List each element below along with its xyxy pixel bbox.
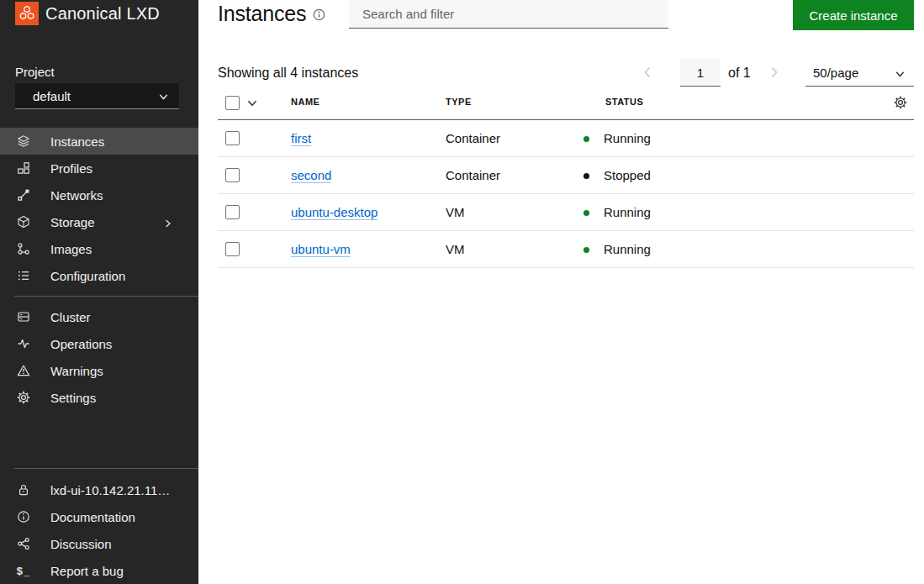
main-content: Instances Create instance Showing all 4 … — [198, 0, 924, 584]
brand-title: Canonical LXD — [45, 4, 160, 24]
share-icon — [17, 537, 30, 550]
instance-type-cell: Container — [446, 168, 500, 182]
chevron-right-icon[interactable] — [768, 66, 780, 79]
instance-status-cell: Stopped — [604, 168, 651, 182]
instance-status-cell: Running — [604, 205, 651, 219]
instance-link[interactable]: ubuntu-desktop — [291, 205, 378, 219]
table-header: NAME TYPE STATUS — [218, 87, 914, 120]
instances-summary: Showing all 4 instances — [218, 59, 358, 87]
networks-icon — [17, 188, 30, 202]
sidebar-item-profiles[interactable]: Profiles — [0, 155, 198, 182]
row-checkbox[interactable] — [225, 168, 240, 182]
page-number-input[interactable] — [680, 59, 721, 87]
settings-icon — [17, 391, 30, 404]
instances-icon — [17, 134, 30, 148]
sidebar-item-label: Configuration — [50, 269, 125, 283]
instance-link[interactable]: second — [291, 168, 331, 182]
brand[interactable]: Canonical LXD — [15, 2, 160, 25]
chevron-left-icon[interactable] — [642, 66, 653, 79]
sidebar-item-cluster[interactable]: Cluster — [0, 303, 198, 330]
profiles-icon — [17, 161, 30, 175]
column-header-name[interactable]: NAME — [291, 97, 319, 107]
sidebar-item-settings[interactable]: Settings — [0, 384, 198, 411]
table-row: first Container Running — [218, 120, 914, 157]
instance-link[interactable]: first — [291, 131, 311, 145]
sidebar-item-label: Operations — [50, 337, 112, 351]
images-icon — [17, 242, 30, 255]
page-title: Instances — [218, 0, 306, 29]
sidebar-item-report-bug[interactable]: $_ Report a bug — [0, 557, 198, 584]
info-icon — [17, 510, 30, 523]
project-select-value: default — [33, 89, 71, 103]
sidebar-item-label: Cluster — [50, 310, 91, 324]
select-all-checkbox[interactable] — [225, 96, 240, 110]
cluster-icon — [17, 310, 30, 324]
instance-type-cell: VM — [446, 242, 465, 256]
sidebar-item-label: Report a bug — [50, 564, 124, 578]
sidebar-item-label: Instances — [50, 134, 104, 149]
sidebar-item-instances[interactable]: Instances — [0, 128, 198, 155]
row-checkbox[interactable] — [225, 131, 240, 145]
instance-type-cell: Container — [446, 131, 500, 145]
row-checkbox[interactable] — [225, 242, 240, 256]
lock-icon — [17, 483, 30, 497]
sidebar-item-networks[interactable]: Networks — [0, 182, 198, 208]
operations-icon — [17, 337, 30, 350]
sidebar-item-warnings[interactable]: Warnings — [0, 357, 198, 384]
chevron-right-icon — [163, 217, 173, 232]
sidebar-item-label: Settings — [50, 391, 96, 405]
column-header-type[interactable]: TYPE — [446, 97, 472, 107]
page-size-value: 50/page — [813, 66, 858, 80]
instance-status-cell: Running — [604, 131, 651, 145]
instance-link[interactable]: ubuntu-vm — [291, 242, 351, 256]
status-dot — [583, 210, 589, 216]
column-header-status[interactable]: STATUS — [605, 97, 643, 107]
status-dot — [583, 136, 589, 142]
page-size-select[interactable]: 50/page — [805, 59, 914, 87]
sidebar-item-server-name[interactable]: lxd-ui-10.142.21.11… — [0, 476, 198, 503]
sidebar-item-storage[interactable]: Storage — [0, 208, 198, 235]
chevron-down-icon[interactable] — [246, 97, 258, 113]
instance-name-cell: ubuntu-vm — [291, 242, 351, 256]
project-label: Project — [15, 65, 55, 79]
sidebar: Canonical LXD Project default Instances … — [0, 0, 198, 584]
instance-type-cell: VM — [446, 205, 465, 219]
sidebar-item-operations[interactable]: Operations — [0, 330, 198, 357]
lxd-logo-icon — [15, 2, 39, 25]
sidebar-item-label: Documentation — [50, 510, 135, 524]
sidebar-item-label: Profiles — [50, 161, 92, 176]
sidebar-divider — [14, 296, 198, 297]
sidebar-item-label: lxd-ui-10.142.21.11… — [50, 483, 170, 497]
instance-status-cell: Running — [604, 242, 651, 256]
sidebar-divider — [14, 468, 198, 469]
sidebar-item-documentation[interactable]: Documentation — [0, 503, 198, 530]
storage-icon — [17, 215, 30, 229]
table-row: second Container Stopped — [218, 157, 914, 194]
status-dot — [583, 247, 589, 253]
sidebar-item-label: Discussion — [50, 537, 112, 551]
info-icon[interactable] — [313, 8, 325, 21]
sidebar-item-discussion[interactable]: Discussion — [0, 530, 198, 557]
instance-name-cell: first — [291, 131, 311, 145]
sidebar-item-configuration[interactable]: Configuration — [0, 262, 198, 289]
chevron-down-icon — [895, 68, 906, 82]
warnings-icon — [17, 364, 30, 377]
table-row: ubuntu-desktop VM Running — [218, 194, 914, 231]
project-select[interactable]: default — [15, 83, 179, 109]
chevron-down-icon — [158, 91, 169, 105]
configure-columns-gear-icon[interactable] — [894, 96, 907, 113]
table-row: ubuntu-vm VM Running — [218, 231, 914, 268]
instance-name-cell: ubuntu-desktop — [291, 205, 378, 219]
row-checkbox[interactable] — [225, 205, 240, 219]
create-instance-button[interactable]: Create instance — [793, 0, 914, 30]
instance-name-cell: second — [291, 168, 331, 182]
sidebar-item-label: Warnings — [50, 364, 103, 378]
configuration-icon — [17, 269, 30, 282]
page-of-label: of 1 — [728, 59, 751, 87]
sidebar-item-label: Networks — [50, 188, 103, 203]
sidebar-item-label: Storage — [50, 215, 95, 229]
terminal-prompt-icon: $_ — [17, 564, 30, 577]
sidebar-item-label: Images — [50, 242, 92, 256]
search-input[interactable] — [349, 0, 668, 29]
sidebar-item-images[interactable]: Images — [0, 235, 198, 262]
